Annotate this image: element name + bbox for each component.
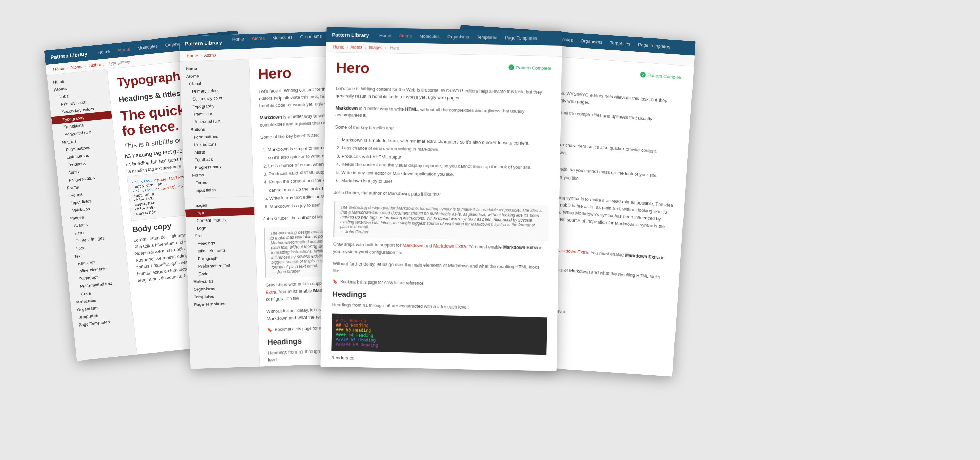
nav3-molecules[interactable]: Molecules <box>419 33 440 39</box>
blockquote-3: The overriding design goal for Markdown'… <box>333 201 549 241</box>
bookmark-3: 🔖 Bookmark this page for easy future ref… <box>332 279 547 288</box>
nav2-organisms[interactable]: Organisms <box>300 33 322 44</box>
bc2-atoms[interactable]: Atoms <box>204 52 216 57</box>
nav3-templates[interactable]: Templates <box>477 34 498 40</box>
pattern-label-3: Pattern Complete <box>516 65 551 71</box>
nav2-home[interactable]: Home <box>232 36 245 47</box>
nav-molecules[interactable]: Molecules <box>137 43 158 51</box>
markdown-para-3: Markdown is a better way to write HTML, … <box>335 104 551 122</box>
sidebar-2: Home Atoms Global Primary colors Seconda… <box>180 59 260 369</box>
ships-text-3: Grav ships with built-in support for Mar… <box>333 241 548 259</box>
renders-to-3: Renders to: <box>331 354 546 365</box>
nav3-atoms[interactable]: Atoms <box>399 33 412 38</box>
pattern-label-4: Pattern Complete <box>648 73 683 80</box>
markdown-bold: Markdown <box>335 105 358 111</box>
nav2-atoms[interactable]: Atoms <box>252 35 265 46</box>
nav3-page-templates[interactable]: Page Templates <box>505 35 537 41</box>
extra-link[interactable]: Markdown Extra <box>433 243 466 249</box>
nav3-home[interactable]: Home <box>379 33 391 38</box>
markdown-link[interactable]: Markdown <box>402 243 423 248</box>
logo-2: Pattern Library <box>185 39 222 46</box>
benefits-intro-3: Some of the key benefits are: <box>335 124 550 135</box>
bc3-hero: Hero <box>390 45 399 50</box>
pattern-complete-4: ✓ Pattern Complete <box>640 71 683 80</box>
page-title-3: Hero <box>336 59 370 77</box>
logo-1: Pattern Library <box>50 50 88 60</box>
nav3-organisms[interactable]: Organisms <box>447 33 469 39</box>
check-icon-3: ✓ <box>508 65 514 70</box>
nav4-templates[interactable]: Templates <box>609 40 630 46</box>
bc3-images[interactable]: Images <box>369 45 382 50</box>
nav2-molecules[interactable]: Molecules <box>272 34 293 45</box>
code-terminal-3: # h1 Heading ## h2 Heading ### h3 Headin… <box>331 313 547 355</box>
nav-home[interactable]: Home <box>97 48 110 55</box>
main-content-3: Hero ✓ Pattern Complete Let's face it: W… <box>321 52 562 371</box>
benefits-list-3: Markdown is simple to learn, with minima… <box>334 136 550 188</box>
nav-links-3: Home Atoms Molecules Organisms Templates… <box>379 33 537 41</box>
pattern-complete-3: ✓ Pattern Complete <box>508 65 551 71</box>
logo-3: Pattern Library <box>332 31 369 38</box>
breadcrumb-global[interactable]: Global <box>88 62 101 68</box>
intro-3: Let's face it: Writing content for the W… <box>336 85 551 103</box>
bc3-home[interactable]: Home <box>333 44 344 49</box>
h1-render-3: h1 Heading <box>331 366 546 371</box>
nav-atoms[interactable]: Atoms <box>117 46 130 53</box>
nav4-page-templates[interactable]: Page Templates <box>638 41 670 49</box>
breadcrumb-atoms[interactable]: Atoms <box>70 64 82 70</box>
extra-link-4[interactable]: Markdown Extra <box>555 247 588 255</box>
nav4-organisms[interactable]: Organisms <box>581 38 603 44</box>
breadcrumb-home[interactable]: Home <box>53 66 65 72</box>
bc2-home[interactable]: Home <box>186 53 198 58</box>
card-hero-main: Pattern Library Home Atoms Molecules Org… <box>321 27 563 371</box>
check-icon-4: ✓ <box>640 71 646 77</box>
further-3: Without further delay, let us go over th… <box>332 260 548 278</box>
breadcrumb-current: Typography <box>108 59 130 66</box>
bookmark-icon-3: 🔖 <box>332 279 338 284</box>
bc3-atoms[interactable]: Atoms <box>351 45 363 50</box>
headings-desc-3: Headings from h1 through h6 are construc… <box>332 301 547 312</box>
page-title-2: Hero <box>258 65 292 82</box>
gruber-intro-3: John Gruber, the author of Markdown, put… <box>334 189 549 200</box>
headings-section-3: Headings <box>332 289 547 302</box>
